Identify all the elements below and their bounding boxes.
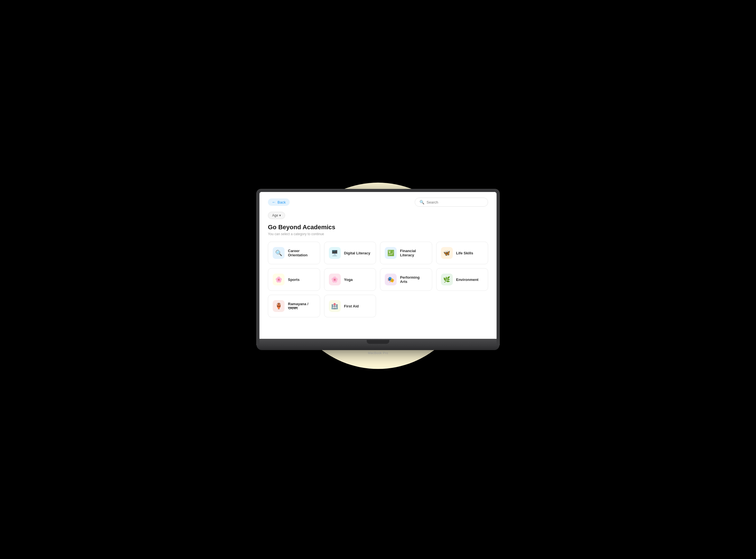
category-card-performing-arts[interactable]: 🎭Performing Arts xyxy=(380,268,432,291)
laptop-notch xyxy=(367,340,389,344)
laptop: ← Back 🔍 Age ▾ xyxy=(257,189,499,355)
category-icon-environment: 🌿 xyxy=(441,273,453,286)
category-icon-ramayana: 🏺 xyxy=(273,300,284,312)
category-icon-career-orientation: 🔍 xyxy=(273,247,284,259)
category-card-career-orientation[interactable]: 🔍Career Orientation xyxy=(268,242,320,264)
category-card-financial-literacy[interactable]: 💹Financial Literacy xyxy=(380,242,432,264)
category-name-yoga: Yoga xyxy=(344,277,353,282)
category-name-ramayana: Ramayana / रामायण xyxy=(288,302,315,311)
back-arrow-icon: ← xyxy=(272,200,276,204)
category-icon-digital-literacy: 🖥️ xyxy=(329,247,341,259)
category-name-career-orientation: Career Orientation xyxy=(288,249,315,257)
category-icon-yoga: 🌸 xyxy=(329,273,341,286)
category-card-life-skills[interactable]: 🦋Life Skills xyxy=(436,242,488,264)
category-name-sports: Sports xyxy=(288,277,299,282)
category-name-environment: Environment xyxy=(456,277,479,282)
age-filter-label: Age ▾ xyxy=(272,214,281,217)
laptop-screen-inner: ← Back 🔍 Age ▾ xyxy=(259,192,497,339)
category-card-sports[interactable]: 🌸Sports xyxy=(268,268,320,291)
macbook-label: MacBook Pro xyxy=(257,351,499,355)
category-card-yoga[interactable]: 🌸Yoga xyxy=(324,268,376,291)
category-icon-life-skills: 🦋 xyxy=(441,247,453,259)
back-button[interactable]: ← Back xyxy=(268,199,290,206)
category-card-digital-literacy[interactable]: 🖥️Digital Literacy xyxy=(324,242,376,264)
age-filter-button[interactable]: Age ▾ xyxy=(268,212,285,219)
back-label: Back xyxy=(277,200,286,204)
category-card-ramayana[interactable]: 🏺Ramayana / रामायण xyxy=(268,295,320,317)
category-name-performing-arts: Performing Arts xyxy=(400,275,428,284)
top-bar: ← Back 🔍 xyxy=(268,198,488,207)
category-icon-performing-arts: 🎭 xyxy=(385,273,397,286)
page-title: Go Beyond Academics xyxy=(268,224,488,231)
category-icon-financial-literacy: 💹 xyxy=(385,247,397,259)
scene: ← Back 🔍 Age ▾ xyxy=(243,183,513,376)
category-icon-first-aid: 🏥 xyxy=(329,300,341,312)
search-icon: 🔍 xyxy=(419,200,424,204)
category-name-financial-literacy: Financial Literacy xyxy=(400,249,428,257)
category-card-first-aid[interactable]: 🏥First Aid xyxy=(324,295,376,317)
search-bar[interactable]: 🔍 xyxy=(415,198,488,207)
laptop-base xyxy=(259,339,497,345)
categories-grid: 🔍Career Orientation🖥️Digital Literacy💹Fi… xyxy=(268,242,488,317)
category-icon-sports: 🌸 xyxy=(273,273,284,286)
laptop-screen-outer: ← Back 🔍 Age ▾ xyxy=(257,189,499,345)
app-content: ← Back 🔍 Age ▾ xyxy=(259,192,497,323)
page-subtitle: You can select a category to continue xyxy=(268,232,488,236)
search-input[interactable] xyxy=(427,200,483,204)
laptop-bottom xyxy=(257,345,499,350)
filter-row: Age ▾ xyxy=(268,212,488,219)
category-name-life-skills: Life Skills xyxy=(456,251,474,255)
category-name-digital-literacy: Digital Literacy xyxy=(344,251,370,255)
category-name-first-aid: First Aid xyxy=(344,304,359,308)
category-card-environment[interactable]: 🌿Environment xyxy=(436,268,488,291)
